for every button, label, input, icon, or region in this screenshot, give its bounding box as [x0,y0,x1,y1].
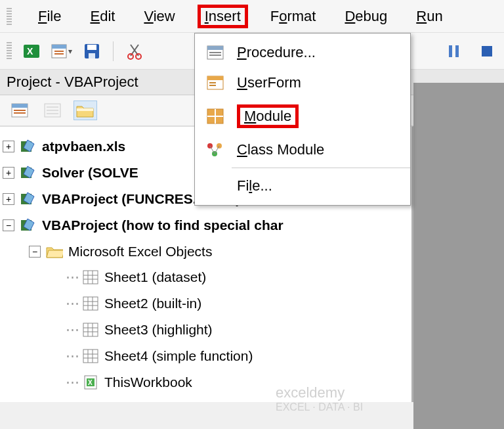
menu-edit[interactable]: Edit [83,5,121,28]
userform-icon [205,74,225,91]
svg-text:X: X [88,379,93,386]
view-detail-button[interactable] [41,101,64,120]
vba-project-icon [20,191,37,207]
procedure-icon [205,44,225,61]
tree-label: Sheet1 (dataset) [104,264,206,290]
svg-rect-7 [87,45,96,50]
tree-guide: ⋯ [66,343,79,369]
workbook-icon: X [82,374,99,390]
excel-icon[interactable]: X [21,41,42,62]
menubar: File Edit View Insert Format Debug Run [0,0,504,33]
svg-text:X: X [27,46,33,56]
menu-label: Module [237,104,299,128]
svg-rect-20 [47,110,58,111]
folder-open-icon [46,244,63,260]
svg-rect-19 [47,106,58,108]
tree-label: ThisWorkbook [104,369,192,395]
tree-label: Sheet4 (simple function) [104,343,253,369]
pause-button[interactable] [444,41,465,62]
tree-sheet-item[interactable]: ⋯ Sheet2 (built-in) [3,290,409,317]
menu-label: Procedure... [237,44,316,61]
svg-rect-3 [52,45,66,49]
tree-thisworkbook-item[interactable]: ⋯ X ThisWorkbook [3,369,409,395]
tree-guide: ⋯ [66,264,79,290]
svg-point-10 [136,54,141,59]
tree-sheet-item[interactable]: ⋯ Sheet1 (dataset) [3,264,409,290]
menu-label: UserForm [237,74,301,91]
save-button[interactable] [81,41,102,62]
tree-label: VBAProject (how to find special char [42,212,284,238]
tree-label: Sheet2 (built-in) [104,290,201,317]
expand-icon[interactable]: + [3,141,14,152]
collapse-icon[interactable]: − [3,219,14,231]
folder-view-button[interactable] [74,101,97,120]
insert-menu-dropdown: Procedure... UserForm Module Class Modul… [194,33,411,206]
blank-icon [205,177,225,194]
menu-run[interactable]: Run [410,5,449,28]
tree-node-main-project[interactable]: − VBAProject (how to find special char [3,212,409,238]
expand-icon[interactable]: + [3,193,14,205]
tree-sheet-item[interactable]: ⋯ Sheet4 (simple function) [3,343,409,369]
svg-rect-55 [207,76,223,80]
tree-guide: ⋯ [66,290,79,317]
svg-point-9 [128,54,133,59]
svg-rect-51 [207,46,223,50]
vba-project-icon [20,217,37,233]
menu-label: Class Module [237,141,324,158]
svg-rect-11 [449,45,452,57]
svg-rect-57 [209,85,216,86]
worksheet-icon [82,322,99,338]
tree-label: Microsoft Excel Objects [68,238,212,265]
vba-project-icon [20,139,37,154]
tree-sheet-item[interactable]: ⋯ Sheet3 (highlight) [3,317,409,343]
svg-rect-8 [89,53,95,58]
svg-rect-42 [83,350,98,363]
worksheet-icon [82,296,99,311]
vba-project-icon [20,165,37,181]
cut-button[interactable] [124,41,145,62]
svg-rect-53 [209,55,221,56]
tree-label: Sheet3 (highlight) [104,317,213,343]
worksheet-icon [82,269,99,285]
svg-rect-16 [14,110,26,111]
tree-label: Solver (SOLVE [42,160,138,186]
svg-rect-56 [209,82,216,83]
menu-debug[interactable]: Debug [338,5,394,28]
menu-item-userform[interactable]: UserForm [195,68,410,98]
menu-item-file[interactable]: File... [195,171,410,201]
svg-rect-37 [83,323,98,336]
module-icon [205,108,225,125]
svg-rect-4 [54,51,64,52]
svg-rect-15 [12,104,28,108]
collapse-icon[interactable]: − [29,246,41,258]
chevron-down-icon: ▾ [68,47,72,56]
svg-rect-52 [209,52,221,53]
class-module-icon [205,141,225,158]
tree-label: atpvbaen.xls [42,133,125,160]
menu-item-procedure[interactable]: Procedure... [195,37,410,68]
svg-rect-5 [54,53,64,55]
menu-item-class-module[interactable]: Class Module [195,135,410,165]
menu-separator [232,168,410,168]
view-list-button[interactable] [8,101,32,120]
worksheet-icon [82,348,99,364]
menu-item-module[interactable]: Module [195,98,410,135]
tree-guide: ⋯ [66,317,79,343]
toolbar-separator [113,41,114,61]
menu-insert[interactable]: Insert [198,5,248,28]
svg-rect-27 [83,271,98,284]
menu-view[interactable]: View [137,5,181,28]
menu-format[interactable]: Format [264,5,323,28]
tree-guide: ⋯ [66,369,79,395]
tree-folder-excel-objects[interactable]: − Microsoft Excel Objects [3,238,409,265]
stop-button[interactable] [476,41,497,62]
svg-rect-22 [77,108,93,111]
svg-rect-21 [47,113,58,114]
menu-label: File... [237,177,272,194]
svg-rect-17 [14,112,26,114]
expand-icon[interactable]: + [3,167,14,179]
view-mode-button[interactable]: ▾ [51,41,72,62]
svg-rect-12 [455,45,459,57]
svg-rect-13 [482,46,492,56]
menu-file[interactable]: File [32,5,68,28]
